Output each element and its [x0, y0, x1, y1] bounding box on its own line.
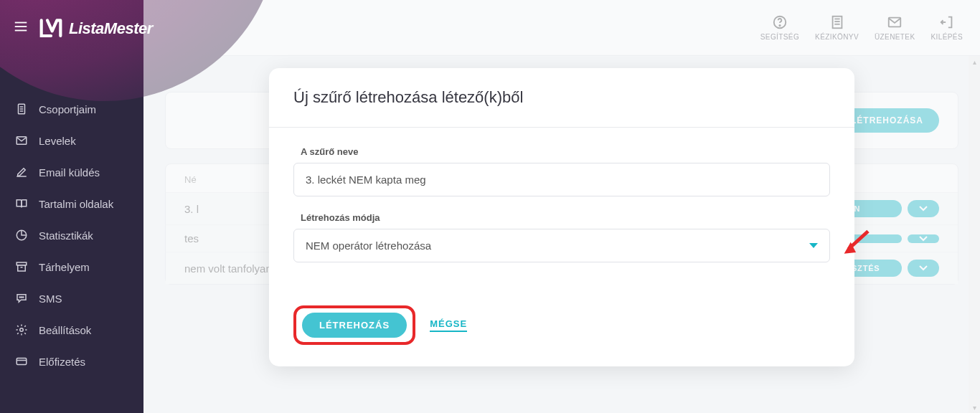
chat-icon: [14, 291, 29, 305]
sidebar-item-label: Tartalmi oldalak: [39, 198, 113, 210]
book-icon: [14, 196, 29, 211]
brand[interactable]: ListaMester: [39, 18, 153, 39]
sidebar-item-groups[interactable]: Csoportjaim: [0, 93, 143, 125]
svg-rect-16: [17, 359, 27, 365]
sidebar-item-label: Beállítások: [39, 324, 91, 336]
modal-actions: LÉTREHOZÁS MÉGSE: [293, 305, 830, 345]
card-icon: [14, 354, 29, 369]
brand-name: ListaMester: [69, 19, 153, 38]
sidebar-item-label: Előfizetés: [39, 356, 85, 368]
filter-name-label: A szűrő neve: [301, 146, 830, 157]
edit-icon: [14, 165, 29, 179]
main: SEGÍTSÉG KÉZIKÖNYV ÜZENETEK KILÉPÉS TAG …: [143, 0, 980, 413]
cancel-link[interactable]: MÉGSE: [430, 318, 467, 332]
sidebar-item-settings[interactable]: Beállítások: [0, 314, 143, 346]
clipboard-icon: [14, 102, 29, 116]
select-value: NEM operátor létrehozása: [306, 239, 431, 252]
sidebar-item-content-pages[interactable]: Tartalmi oldalak: [0, 188, 143, 219]
sidebar-item-email-send[interactable]: Email küldés: [0, 156, 143, 188]
archive-icon: [14, 260, 29, 274]
sidebar-item-label: Statisztikák: [39, 229, 93, 242]
creation-method-label: Létrehozás módja: [301, 212, 830, 223]
svg-point-13: [21, 297, 22, 298]
sidebar-nav: Csoportjaim Levelek Email küldés Tartalm…: [0, 93, 143, 413]
sidebar-item-label: Levelek: [39, 135, 76, 147]
sidebar-item-label: Email küldés: [39, 166, 100, 179]
modal-overlay: Új szűrő létrehozása létező(k)ből A szűr…: [143, 0, 980, 413]
svg-point-14: [23, 297, 24, 298]
sidebar-item-statistics[interactable]: Statisztikák: [0, 219, 143, 251]
modal-title: Új szűrő létrehozása létező(k)ből: [293, 88, 830, 107]
gear-icon: [14, 323, 29, 337]
sidebar-item-sms[interactable]: SMS: [0, 283, 143, 314]
svg-point-15: [20, 328, 24, 332]
sidebar-item-label: Csoportjaim: [39, 103, 96, 115]
svg-point-12: [19, 297, 20, 298]
svg-rect-10: [18, 265, 26, 271]
sidebar-item-storage[interactable]: Tárhelyem: [0, 251, 143, 283]
sidebar: ListaMester Csoportjaim Levelek Email kü…: [0, 0, 143, 413]
create-button[interactable]: LÉTREHOZÁS: [302, 313, 407, 338]
annotation-highlight: LÉTREHOZÁS: [293, 305, 415, 345]
divider: [269, 127, 854, 128]
filter-name-input[interactable]: [293, 163, 830, 196]
sidebar-item-label: SMS: [39, 293, 62, 305]
annotation-arrow-icon: [837, 228, 875, 260]
sidebar-item-label: Tárhelyem: [39, 261, 90, 273]
create-filter-modal: Új szűrő létrehozása létező(k)ből A szűr…: [269, 68, 854, 366]
creation-method-select[interactable]: NEM operátor létrehozása: [293, 229, 830, 262]
menu-icon[interactable]: [13, 19, 29, 39]
brand-logo-icon: [39, 18, 63, 39]
chevron-down-icon: [809, 243, 818, 248]
pie-chart-icon: [14, 228, 29, 242]
sidebar-item-letters[interactable]: Levelek: [0, 125, 143, 156]
sidebar-header: ListaMester: [0, 0, 143, 57]
sidebar-item-subscription[interactable]: Előfizetés: [0, 346, 143, 377]
envelope-icon: [14, 133, 29, 148]
